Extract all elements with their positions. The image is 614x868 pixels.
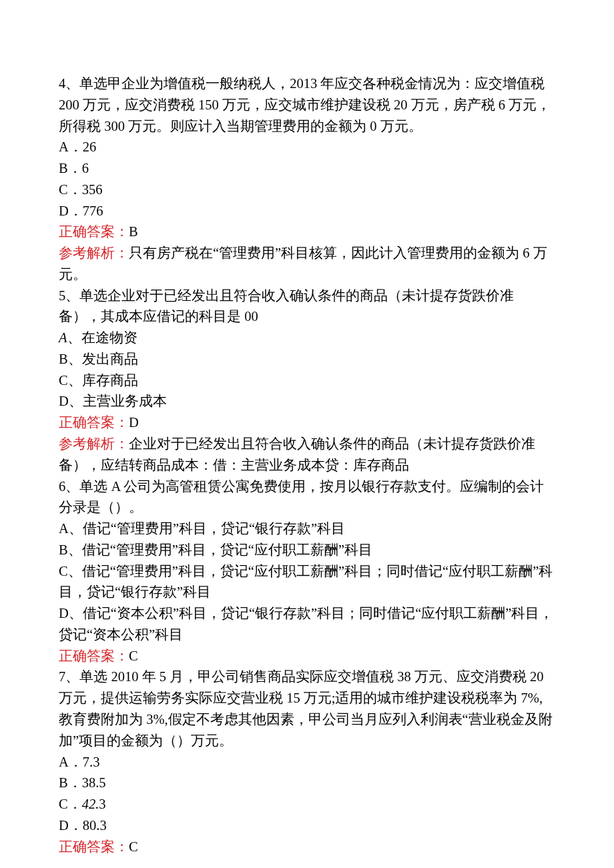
- question-4-option-c: C．356: [59, 179, 555, 201]
- question-4-explanation: 参考解析：只有房产税在“管理费用”科目核算，因此计入管理费用的金额为 6 万元。: [59, 243, 555, 286]
- question-5-option-a: A、在途物资: [59, 328, 555, 349]
- question-7-option-b: B．38.5: [59, 773, 555, 794]
- question-6-option-c: C、借记“管理费用”科目，贷记“应付职工薪酬”科目；同时借记“应付职工薪酬”科目…: [59, 561, 555, 604]
- question-4-option-d: D．776: [59, 201, 555, 222]
- question-6-option-b: B、借记“管理费用”科目，贷记“应付职工薪酬”科目: [59, 540, 555, 561]
- option-text: 、在途物资: [67, 330, 137, 345]
- explain-label: 参考解析：: [59, 436, 129, 451]
- question-5-answer: 正确答案：D: [59, 412, 555, 434]
- answer-value: B: [129, 224, 138, 239]
- question-5-option-d: D、主营业务成本: [59, 391, 555, 412]
- question-7-stem: 7、单选 2010 年 5 月，甲公司销售商品实际应交增值税 38 万元、应交消…: [59, 667, 555, 751]
- answer-value: D: [129, 415, 139, 430]
- answer-label: 正确答案：: [59, 224, 129, 239]
- question-7-answer: 正确答案：C: [59, 837, 555, 858]
- answer-label: 正确答案：: [59, 839, 129, 854]
- answer-label: 正确答案：: [59, 415, 129, 430]
- explain-text: 只有房产税在“管理费用”科目核算，因此计入管理费用的金额为 6 万元。: [59, 246, 547, 282]
- question-6-stem: 6、单选 A 公司为高管租赁公寓免费使用，按月以银行存款支付。应编制的会计分录是…: [59, 476, 555, 519]
- question-4-answer: 正确答案：B: [59, 222, 555, 243]
- answer-value: C: [129, 648, 138, 663]
- answer-label: 正确答案：: [59, 648, 129, 663]
- option-prefix: C．: [59, 797, 82, 811]
- question-4-stem: 4、单选甲企业为增值税一般纳税人，2013 年应交各种税金情况为：应交增值税 2…: [59, 73, 555, 137]
- explain-label: 参考解析：: [59, 246, 129, 260]
- question-7-option-c: C．42.3: [59, 794, 555, 815]
- question-6-option-d: D、借记“资本公积”科目，贷记“银行存款”科目；同时借记“应付职工薪酬”科目，贷…: [59, 603, 555, 646]
- question-4-option-a: A．26: [59, 137, 555, 158]
- explain-text: 企业对于已经发出且符合收入确认条件的商品（未计提存货跌价准备），应结转商品成本：…: [59, 436, 535, 472]
- question-6-answer: 正确答案：C: [59, 646, 555, 667]
- question-5-stem: 5、单选企业对于已经发出且符合收入确认条件的商品（未计提存货跌价准备），其成本应…: [59, 286, 555, 328]
- option-suffix: 3: [99, 797, 105, 811]
- answer-value: C: [129, 839, 138, 854]
- question-5-explanation: 参考解析：企业对于已经发出且符合收入确认条件的商品（未计提存货跌价准备），应结转…: [59, 434, 555, 476]
- question-6-option-a: A、借记“管理费用”科目，贷记“银行存款”科目: [59, 518, 555, 540]
- question-7-option-d: D．80.3: [59, 815, 555, 837]
- question-5-option-b: B、发出商品: [59, 349, 555, 370]
- document-page: 4、单选甲企业为增值税一般纳税人，2013 年应交各种税金情况为：应交增值税 2…: [0, 0, 614, 868]
- option-letter-italic: A: [59, 330, 67, 345]
- option-italic-value: 42.: [82, 797, 99, 811]
- question-7-option-a: A．7.3: [59, 752, 555, 773]
- question-5-option-c: C、库存商品: [59, 370, 555, 392]
- question-4-option-b: B．6: [59, 158, 555, 179]
